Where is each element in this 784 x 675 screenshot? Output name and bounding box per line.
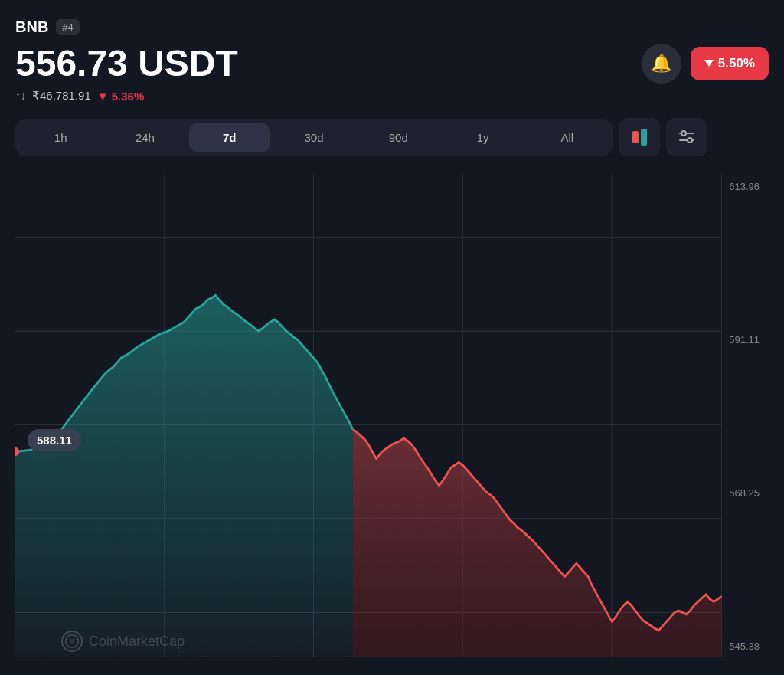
price-bubble-label: 588.11: [28, 429, 81, 451]
coin-header: BNB #4: [15, 18, 769, 36]
app-container: BNB #4 556.73 USDT 🔔 5.50% ↑↓ ₹46,781.91…: [0, 0, 784, 675]
chart-type-button[interactable]: [619, 118, 660, 156]
price-actions: 🔔 5.50%: [642, 44, 769, 84]
bell-icon: 🔔: [651, 54, 671, 74]
tab-1y[interactable]: 1y: [442, 123, 523, 152]
tab-all[interactable]: All: [527, 123, 608, 152]
filter-icon: [678, 129, 695, 145]
tab-30d[interactable]: 30d: [273, 123, 354, 152]
cmc-logo-icon: M: [61, 631, 83, 652]
svg-text:M: M: [70, 637, 75, 645]
filter-button[interactable]: [666, 118, 707, 156]
rank-badge: #4: [56, 19, 79, 35]
watermark-text: CoinMarketCap: [89, 634, 185, 650]
price-row: 556.73 USDT 🔔 5.50%: [15, 42, 769, 84]
arrow-down-icon: [704, 60, 714, 67]
tab-7d[interactable]: 7d: [189, 123, 270, 152]
watermark: M CoinMarketCap: [61, 631, 185, 652]
inr-change: ▼ 5.36%: [97, 90, 145, 103]
tab-90d[interactable]: 90d: [358, 123, 439, 152]
inr-value: ₹46,781.91: [32, 89, 91, 103]
candlestick-icon: [632, 129, 647, 146]
updown-icon: ↑↓: [15, 90, 26, 102]
svg-point-3: [688, 138, 692, 143]
current-price: 556.73 USDT: [15, 42, 238, 84]
coin-symbol: BNB: [15, 18, 48, 36]
timeframe-tabs: 1h 24h 7d 30d 90d 1y All: [15, 119, 612, 156]
inr-row: ↑↓ ₹46,781.91 ▼ 5.36%: [15, 89, 769, 103]
price-chart: [15, 175, 769, 675]
tab-1h[interactable]: 1h: [20, 123, 101, 152]
svg-point-1: [681, 131, 686, 136]
candle-green: [641, 129, 647, 146]
tab-24h[interactable]: 24h: [104, 123, 185, 152]
chart-area: 588.11 613.96 591.11 568.25 545.38 M Coi…: [15, 175, 769, 675]
change-percent: 5.50%: [718, 56, 755, 71]
candle-red: [632, 131, 639, 143]
change-badge: 5.50%: [691, 47, 769, 80]
bell-button[interactable]: 🔔: [642, 44, 681, 84]
timeframe-row: 1h 24h 7d 30d 90d 1y All: [15, 118, 769, 156]
cmc-icon: M: [64, 634, 80, 649]
